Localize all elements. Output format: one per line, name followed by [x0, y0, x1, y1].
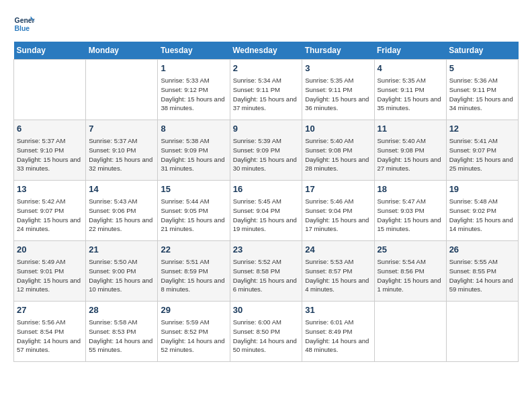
- day-info: Sunrise: 5:43 AMSunset: 9:06 PMDaylight:…: [89, 197, 154, 234]
- day-cell: 22Sunrise: 5:51 AMSunset: 8:59 PMDayligh…: [158, 241, 230, 302]
- day-info: Sunrise: 5:58 AMSunset: 8:53 PMDaylight:…: [89, 318, 154, 355]
- day-number: 24: [305, 244, 371, 256]
- day-info: Sunrise: 5:51 AMSunset: 8:59 PMDaylight:…: [161, 257, 226, 294]
- day-cell: [374, 302, 446, 362]
- day-cell: 3Sunrise: 5:35 AMSunset: 9:11 PMDaylight…: [302, 60, 374, 120]
- day-info: Sunrise: 5:33 AMSunset: 9:12 PMDaylight:…: [161, 76, 226, 113]
- day-cell: 17Sunrise: 5:46 AMSunset: 9:04 PMDayligh…: [302, 181, 374, 241]
- weekday-header-friday: Friday: [374, 42, 446, 60]
- day-number: 30: [233, 304, 300, 316]
- day-number: 20: [17, 244, 83, 256]
- day-number: 13: [17, 183, 83, 195]
- day-cell: 31Sunrise: 6:01 AMSunset: 8:49 PMDayligh…: [302, 302, 374, 362]
- day-info: Sunrise: 5:45 AMSunset: 9:04 PMDaylight:…: [233, 197, 300, 234]
- day-number: 28: [89, 304, 154, 316]
- day-number: 29: [161, 304, 226, 316]
- day-info: Sunrise: 5:34 AMSunset: 9:11 PMDaylight:…: [233, 76, 300, 113]
- logo: General Blue: [13, 13, 35, 35]
- day-number: 7: [89, 123, 154, 135]
- day-cell: [446, 302, 518, 362]
- day-number: 9: [233, 123, 300, 135]
- day-cell: 23Sunrise: 5:52 AMSunset: 8:58 PMDayligh…: [230, 241, 302, 302]
- day-info: Sunrise: 5:40 AMSunset: 9:08 PMDaylight:…: [305, 136, 371, 173]
- day-number: 19: [449, 183, 515, 195]
- week-row-4: 20Sunrise: 5:49 AMSunset: 9:01 PMDayligh…: [14, 241, 519, 302]
- day-info: Sunrise: 5:48 AMSunset: 9:02 PMDaylight:…: [449, 197, 515, 234]
- day-number: 12: [449, 123, 515, 135]
- day-number: 2: [233, 62, 300, 75]
- day-cell: [86, 60, 158, 120]
- day-number: 25: [378, 244, 443, 256]
- day-info: Sunrise: 5:35 AMSunset: 9:11 PMDaylight:…: [305, 76, 371, 113]
- day-cell: 5Sunrise: 5:36 AMSunset: 9:11 PMDaylight…: [446, 60, 518, 120]
- day-cell: [14, 60, 86, 120]
- day-info: Sunrise: 5:47 AMSunset: 9:03 PMDaylight:…: [378, 197, 443, 234]
- day-cell: 18Sunrise: 5:47 AMSunset: 9:03 PMDayligh…: [374, 181, 446, 241]
- day-cell: 6Sunrise: 5:37 AMSunset: 9:10 PMDaylight…: [14, 120, 86, 181]
- day-number: 31: [305, 304, 371, 316]
- day-info: Sunrise: 5:52 AMSunset: 8:58 PMDaylight:…: [233, 257, 300, 294]
- day-number: 3: [305, 62, 371, 75]
- day-info: Sunrise: 5:35 AMSunset: 9:11 PMDaylight:…: [378, 76, 443, 113]
- day-number: 17: [305, 183, 371, 195]
- day-info: Sunrise: 5:50 AMSunset: 9:00 PMDaylight:…: [89, 257, 154, 294]
- day-cell: 24Sunrise: 5:53 AMSunset: 8:57 PMDayligh…: [302, 241, 374, 302]
- day-info: Sunrise: 5:44 AMSunset: 9:05 PMDaylight:…: [161, 197, 226, 234]
- day-cell: 29Sunrise: 5:59 AMSunset: 8:52 PMDayligh…: [158, 302, 230, 362]
- weekday-header-row: SundayMondayTuesdayWednesdayThursdayFrid…: [14, 42, 519, 60]
- day-number: 8: [161, 123, 226, 135]
- weekday-header-wednesday: Wednesday: [230, 42, 302, 60]
- day-info: Sunrise: 5:39 AMSunset: 9:09 PMDaylight:…: [233, 136, 300, 173]
- day-cell: 16Sunrise: 5:45 AMSunset: 9:04 PMDayligh…: [230, 181, 302, 241]
- logo-icon: General Blue: [13, 13, 35, 35]
- day-cell: 21Sunrise: 5:50 AMSunset: 9:00 PMDayligh…: [86, 241, 158, 302]
- day-cell: 26Sunrise: 5:55 AMSunset: 8:55 PMDayligh…: [446, 241, 518, 302]
- day-number: 26: [449, 244, 515, 256]
- day-number: 11: [378, 123, 443, 135]
- day-info: Sunrise: 5:38 AMSunset: 9:09 PMDaylight:…: [161, 136, 226, 173]
- weekday-header-sunday: Sunday: [14, 42, 86, 60]
- day-number: 4: [378, 62, 443, 75]
- day-info: Sunrise: 5:49 AMSunset: 9:01 PMDaylight:…: [17, 257, 83, 294]
- day-info: Sunrise: 5:36 AMSunset: 9:11 PMDaylight:…: [449, 76, 515, 113]
- day-info: Sunrise: 6:01 AMSunset: 8:49 PMDaylight:…: [305, 318, 371, 355]
- day-number: 23: [233, 244, 300, 256]
- day-info: Sunrise: 5:41 AMSunset: 9:07 PMDaylight:…: [449, 136, 515, 173]
- day-number: 5: [449, 62, 515, 75]
- day-info: Sunrise: 5:46 AMSunset: 9:04 PMDaylight:…: [305, 197, 371, 234]
- day-cell: 27Sunrise: 5:56 AMSunset: 8:54 PMDayligh…: [14, 302, 86, 362]
- day-info: Sunrise: 5:37 AMSunset: 9:10 PMDaylight:…: [17, 136, 83, 173]
- day-cell: 28Sunrise: 5:58 AMSunset: 8:53 PMDayligh…: [86, 302, 158, 362]
- day-cell: 12Sunrise: 5:41 AMSunset: 9:07 PMDayligh…: [446, 120, 518, 181]
- week-row-1: 1Sunrise: 5:33 AMSunset: 9:12 PMDaylight…: [14, 60, 519, 120]
- day-cell: 25Sunrise: 5:54 AMSunset: 8:56 PMDayligh…: [374, 241, 446, 302]
- weekday-header-saturday: Saturday: [446, 42, 518, 60]
- day-cell: 9Sunrise: 5:39 AMSunset: 9:09 PMDaylight…: [230, 120, 302, 181]
- day-number: 14: [89, 183, 154, 195]
- day-cell: 19Sunrise: 5:48 AMSunset: 9:02 PMDayligh…: [446, 181, 518, 241]
- day-cell: 2Sunrise: 5:34 AMSunset: 9:11 PMDaylight…: [230, 60, 302, 120]
- day-info: Sunrise: 5:37 AMSunset: 9:10 PMDaylight:…: [89, 136, 154, 173]
- day-cell: 30Sunrise: 6:00 AMSunset: 8:50 PMDayligh…: [230, 302, 302, 362]
- day-info: Sunrise: 5:56 AMSunset: 8:54 PMDaylight:…: [17, 318, 83, 355]
- day-info: Sunrise: 5:53 AMSunset: 8:57 PMDaylight:…: [305, 257, 371, 294]
- day-number: 6: [17, 123, 83, 135]
- weekday-header-monday: Monday: [86, 42, 158, 60]
- day-number: 10: [305, 123, 371, 135]
- day-cell: 10Sunrise: 5:40 AMSunset: 9:08 PMDayligh…: [302, 120, 374, 181]
- day-info: Sunrise: 6:00 AMSunset: 8:50 PMDaylight:…: [233, 318, 300, 355]
- week-row-5: 27Sunrise: 5:56 AMSunset: 8:54 PMDayligh…: [14, 302, 519, 362]
- day-number: 1: [161, 62, 226, 75]
- day-info: Sunrise: 5:42 AMSunset: 9:07 PMDaylight:…: [17, 197, 83, 234]
- day-info: Sunrise: 5:54 AMSunset: 8:56 PMDaylight:…: [378, 257, 443, 294]
- day-number: 15: [161, 183, 226, 195]
- day-number: 16: [233, 183, 300, 195]
- day-cell: 11Sunrise: 5:40 AMSunset: 9:08 PMDayligh…: [374, 120, 446, 181]
- day-cell: 7Sunrise: 5:37 AMSunset: 9:10 PMDaylight…: [86, 120, 158, 181]
- day-number: 21: [89, 244, 154, 256]
- page-header: General Blue: [13, 13, 519, 35]
- weekday-header-thursday: Thursday: [302, 42, 374, 60]
- day-info: Sunrise: 5:59 AMSunset: 8:52 PMDaylight:…: [161, 318, 226, 355]
- week-row-3: 13Sunrise: 5:42 AMSunset: 9:07 PMDayligh…: [14, 181, 519, 241]
- day-cell: 20Sunrise: 5:49 AMSunset: 9:01 PMDayligh…: [14, 241, 86, 302]
